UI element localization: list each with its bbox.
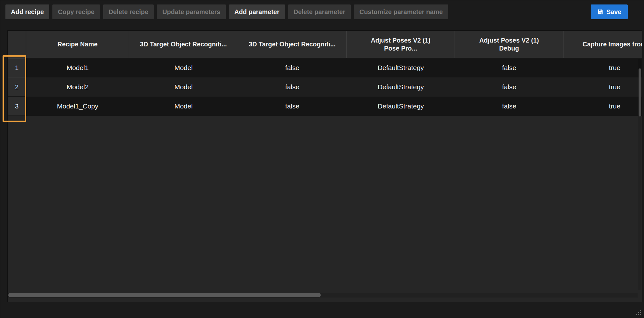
delete-recipe-button[interactable]: Delete recipe xyxy=(103,4,154,19)
table-cell[interactable]: false xyxy=(238,77,347,97)
column-header-3d-recognition-2[interactable]: 3D Target Object Recogniti... xyxy=(238,31,347,58)
column-header-3d-recognition-1[interactable]: 3D Target Object Recogniti... xyxy=(129,31,238,58)
table-cell[interactable]: false xyxy=(238,97,347,116)
delete-parameter-button[interactable]: Delete parameter xyxy=(288,4,351,19)
table-cell[interactable]: false xyxy=(455,97,564,116)
recipe-table: Recipe Name 3D Target Object Recogniti..… xyxy=(7,30,642,303)
table-corner-cell[interactable] xyxy=(8,31,26,58)
row-number[interactable]: 1 xyxy=(8,58,26,77)
resize-grip[interactable] xyxy=(635,309,641,315)
table-cell[interactable]: Model1 xyxy=(26,58,129,77)
table-cell[interactable]: DefaultStrategy xyxy=(347,58,455,77)
table-cell[interactable]: DefaultStrategy xyxy=(347,97,455,116)
table-cell[interactable]: false xyxy=(238,58,347,77)
save-button[interactable]: Save xyxy=(591,4,628,19)
table-cell[interactable]: Model xyxy=(129,97,238,116)
add-parameter-button[interactable]: Add parameter xyxy=(229,4,285,19)
update-parameters-button[interactable]: Update parameters xyxy=(157,4,226,19)
table-cell[interactable]: Model xyxy=(129,77,238,97)
toolbar: Add recipe Copy recipe Delete recipe Upd… xyxy=(0,0,644,30)
save-icon xyxy=(597,9,603,15)
column-header-capture-images[interactable]: Capture Images from xyxy=(564,31,642,58)
row-number[interactable]: 3 xyxy=(8,97,26,116)
table-cell[interactable]: DefaultStrategy xyxy=(347,77,455,97)
table-cell[interactable]: Model xyxy=(129,58,238,77)
table-cell[interactable]: true xyxy=(564,77,642,97)
column-header-adjust-poses-pose[interactable]: Adjust Poses V2 (1) Pose Pro... xyxy=(347,31,455,58)
customize-parameter-name-button[interactable]: Customize parameter name xyxy=(354,4,448,19)
horizontal-scrollbar[interactable] xyxy=(8,293,638,298)
table-cell[interactable]: true xyxy=(564,58,642,77)
vertical-scrollbar-thumb[interactable] xyxy=(639,68,641,116)
vertical-scrollbar[interactable] xyxy=(638,59,641,290)
column-header-recipe-name[interactable]: Recipe Name xyxy=(26,31,129,58)
add-recipe-button[interactable]: Add recipe xyxy=(5,4,49,19)
table-cell[interactable]: Model1_Copy xyxy=(26,97,129,116)
table-cell[interactable]: Model2 xyxy=(26,77,129,97)
save-button-label: Save xyxy=(606,8,621,16)
row-number[interactable]: 2 xyxy=(8,77,26,97)
statusbar xyxy=(0,302,644,318)
copy-recipe-button[interactable]: Copy recipe xyxy=(52,4,100,19)
column-header-adjust-poses-debug[interactable]: Adjust Poses V2 (1) Debug xyxy=(455,31,564,58)
table-cell[interactable]: false xyxy=(455,77,564,97)
table-grid: Recipe Name 3D Target Object Recogniti..… xyxy=(8,31,642,116)
table-cell[interactable]: false xyxy=(455,58,564,77)
table-cell[interactable]: true xyxy=(564,97,642,116)
recipe-editor-window: Add recipe Copy recipe Delete recipe Upd… xyxy=(0,0,644,318)
horizontal-scrollbar-thumb[interactable] xyxy=(8,293,321,297)
